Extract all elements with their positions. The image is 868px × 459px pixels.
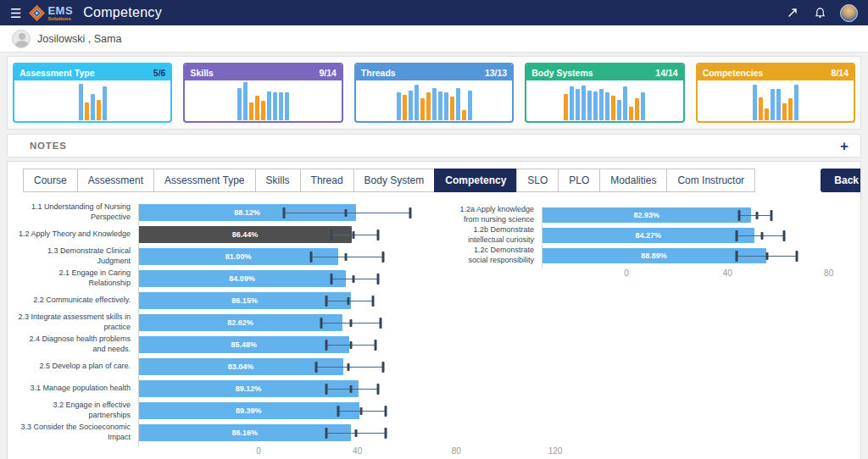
- bar-value-label: 86.44%: [138, 226, 352, 243]
- y-axis-line: [542, 207, 542, 268]
- mini-bar: [91, 94, 95, 120]
- marker-tick-high: [372, 296, 375, 307]
- value-bar[interactable]: 85.48%: [138, 336, 349, 353]
- mini-bar: [641, 92, 645, 120]
- value-bar[interactable]: 86.44%: [138, 226, 352, 243]
- marker-tick-low: [735, 251, 737, 262]
- summary-card-competencies[interactable]: Competencies8/14: [696, 63, 855, 123]
- student-name: Josilowski , Sama: [37, 33, 121, 45]
- x-axis-tick-label: 0: [256, 446, 261, 456]
- tab-assessment[interactable]: Assessment: [77, 169, 154, 192]
- tab-slo[interactable]: SLO: [516, 169, 559, 192]
- summary-card-assessment-type[interactable]: Assessment Type5/6: [13, 63, 172, 123]
- row-label: 1.2 Apply Theory and Knowledge: [18, 230, 138, 240]
- row-label: 1.2c Demonstrate social responsibility: [457, 246, 542, 265]
- value-bar[interactable]: 89.39%: [138, 402, 359, 419]
- mini-bar: [409, 91, 413, 120]
- mini-bar: [456, 88, 460, 120]
- value-bar[interactable]: 84.09%: [138, 270, 346, 287]
- tab-body-system[interactable]: Body System: [353, 169, 436, 192]
- chart-row: 1.1 Understanding of Nursing Perspective…: [18, 204, 435, 221]
- row-plot: 89.39%: [138, 402, 435, 419]
- mini-bar: [397, 92, 401, 120]
- user-avatar[interactable]: [840, 4, 858, 22]
- mini-bar: [617, 100, 621, 120]
- value-bar[interactable]: 81.00%: [138, 248, 338, 265]
- row-label: 1.1 Understanding of Nursing Perspective: [18, 202, 138, 222]
- tab-plo[interactable]: PLO: [558, 169, 600, 192]
- summary-card-threads[interactable]: Threads13/13: [354, 63, 514, 123]
- mini-bar: [415, 85, 419, 120]
- marker-tick-high: [379, 318, 381, 329]
- row-plot: 88.89%: [542, 248, 845, 263]
- value-bar[interactable]: 88.89%: [542, 248, 766, 263]
- mini-bar: [444, 92, 448, 120]
- hamburger-menu-icon[interactable]: ☰: [10, 7, 21, 19]
- mini-bar: [623, 86, 627, 120]
- x-axis-tick-labels: 04080120: [626, 268, 861, 279]
- row-plot: 83.04%: [138, 358, 435, 375]
- page-title: Competency: [83, 5, 162, 20]
- tab-thread[interactable]: Thread: [300, 169, 354, 192]
- fullscreen-icon[interactable]: [786, 6, 799, 19]
- mini-bar: [564, 94, 568, 120]
- category-tabs: CourseAssessmentAssessment TypeSkillsThr…: [8, 162, 860, 192]
- ems-solutions-logo[interactable]: EMS Solutions: [30, 5, 73, 21]
- mini-bar: [753, 85, 757, 120]
- mini-bar: [79, 84, 83, 120]
- back-button[interactable]: Back: [821, 169, 861, 192]
- value-bar[interactable]: 82.62%: [138, 314, 342, 331]
- x-axis-tick-label: 80: [824, 268, 833, 278]
- tab-modalities[interactable]: Modalities: [599, 169, 667, 192]
- x-axis-tick-label: 40: [353, 446, 362, 456]
- card-title: Threads: [361, 68, 396, 78]
- notifications-bell-icon[interactable]: [813, 6, 826, 19]
- competency-bullet-chart-left: 1.1 Understanding of Nursing Perspective…: [18, 204, 435, 456]
- bar-value-label: 84.09%: [138, 270, 346, 287]
- row-label: 3.1 Manage population health: [18, 384, 138, 394]
- marker-tick-mid: [345, 253, 348, 261]
- marker-tick-mid: [349, 341, 352, 349]
- bar-value-label: 89.39%: [138, 402, 359, 419]
- value-bar[interactable]: 86.16%: [138, 424, 351, 441]
- summary-card-skills[interactable]: Skills9/14: [183, 63, 342, 123]
- mini-bar: [85, 102, 89, 120]
- tab-skills[interactable]: Skills: [255, 169, 301, 192]
- value-bar[interactable]: 86.15%: [138, 292, 351, 309]
- row-plot: 86.44%: [138, 226, 435, 243]
- mini-bar: [788, 98, 793, 120]
- chart-row: 2.1 Engage in Caring Relationship84.09%: [18, 270, 435, 287]
- marker-tick-mid: [347, 363, 349, 371]
- mini-bar: [273, 92, 277, 120]
- marker-tick-mid: [349, 319, 352, 327]
- marker-tick-high: [409, 207, 411, 218]
- value-bar[interactable]: 83.04%: [138, 358, 343, 375]
- marker-tick-low: [325, 428, 327, 439]
- value-bar[interactable]: 82.93%: [542, 207, 751, 223]
- summary-cards-panel: Assessment Type5/6Skills9/14Threads13/13…: [7, 56, 861, 130]
- mini-bar: [237, 88, 242, 120]
- tab-course[interactable]: Course: [23, 169, 78, 192]
- value-bar[interactable]: 84.27%: [542, 228, 754, 243]
- mini-bar: [629, 107, 633, 120]
- top-app-bar: ☰ EMS Solutions Competency: [0, 0, 868, 25]
- row-label: 2.3 Integrate assessment skills in pract…: [18, 312, 138, 332]
- marker-tick-mid: [352, 275, 354, 283]
- card-mini-chart: [14, 80, 170, 121]
- tab-com-instructor[interactable]: Com Instructor: [666, 169, 755, 192]
- card-header: Body Systems14/14: [526, 64, 682, 80]
- row-label: 2.2 Communicate effectively.: [18, 296, 138, 306]
- marker-tick-low: [735, 230, 737, 241]
- chart-row: 1.2b Demonstrate intellectual curiosity8…: [457, 228, 845, 243]
- summary-card-body-systems[interactable]: Body Systems14/14: [525, 63, 684, 123]
- main-content-panel: CourseAssessmentAssessment TypeSkillsThr…: [7, 161, 861, 459]
- marker-tick-low: [325, 340, 327, 351]
- tab-competency[interactable]: Competency: [434, 169, 517, 192]
- marker-tick-low: [325, 296, 327, 307]
- card-mini-chart: [185, 80, 341, 121]
- marker-tick-mid: [345, 209, 348, 217]
- add-note-button[interactable]: +: [840, 139, 849, 153]
- tab-assessment-type[interactable]: Assessment Type: [153, 169, 256, 192]
- card-title: Body Systems: [531, 68, 593, 78]
- x-axis-tick-label: 0: [624, 268, 629, 278]
